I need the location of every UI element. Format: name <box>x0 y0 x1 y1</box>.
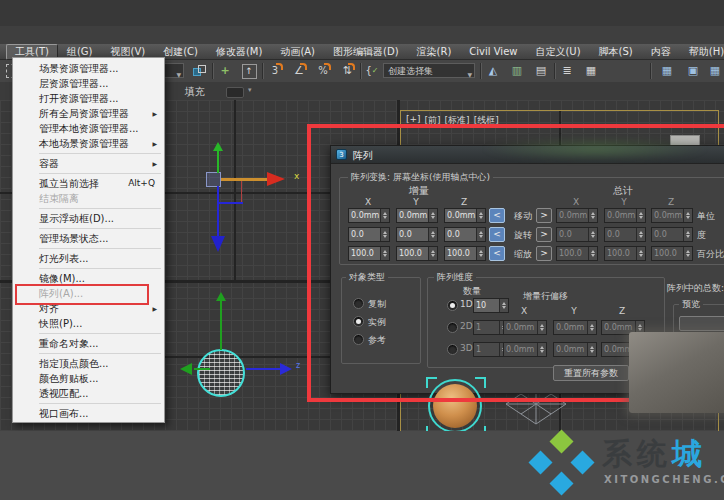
menu-modifiers[interactable]: 修改器(M) <box>207 44 271 60</box>
spinner-snap-icon[interactable]: ⇅ <box>338 62 356 80</box>
selection-set-dropdown-arrow: ▼ <box>467 68 472 82</box>
render-setup-icon[interactable]: ▦ <box>706 62 724 80</box>
submenu-arrow-icon: ▶ <box>152 156 157 171</box>
gizmo-aux-line <box>241 181 242 203</box>
blurred-censor-box <box>629 332 724 413</box>
menu-item-display-floaters[interactable]: 显示浮动框(D)... <box>13 211 164 226</box>
watermark-brand: 系统城 <box>602 434 707 475</box>
menu-item-local-scene-explorers[interactable]: 本地场景资源管理器▶ <box>13 136 164 151</box>
gizmo-z-axis[interactable] <box>217 186 219 236</box>
percent-snap-icon[interactable]: % <box>314 62 332 80</box>
menu-item-layer-explorer[interactable]: 层资源管理器... <box>13 76 164 91</box>
sphere-gizmo-z-axis[interactable] <box>246 368 280 370</box>
display-ribbon-icon[interactable]: ▦ <box>582 62 600 80</box>
brand-text-blue: 城 <box>672 436 707 471</box>
scene-explorer-icon[interactable]: ≣ <box>558 62 576 80</box>
title-bar: ▤ ↶ ↷ ▣ 工作区: 默认 ▼ Autodesk 3ds Max 2017 … <box>0 26 724 45</box>
ribbon-mini-icon[interactable] <box>226 87 244 98</box>
mirror-icon[interactable]: ◭ <box>484 62 502 80</box>
menu-scripting[interactable]: 脚本(S) <box>590 44 642 60</box>
menu-rendering[interactable]: 渲染(R) <box>408 44 461 60</box>
menu-graph-editors[interactable]: 图形编辑器(D) <box>324 44 408 60</box>
named-selection-set-dropdown[interactable]: 创建选择集 ▼ <box>383 63 475 78</box>
coord-dropdown-arrow: ▼ <box>176 68 181 82</box>
menu-content[interactable]: 内容 <box>642 44 680 60</box>
menu-civil-view[interactable]: Civil View <box>460 45 526 58</box>
menu-item-assign-vertex-colors[interactable]: 指定顶点颜色... <box>13 356 164 371</box>
keyboard-override-icon[interactable]: ↑ <box>240 62 258 80</box>
brand-text-dark: 系统 <box>602 436 672 471</box>
menu-item-isolate-selection[interactable]: 孤立当前选择Alt+Q <box>13 176 164 191</box>
layer-manager-icon[interactable]: ▤ <box>532 62 550 80</box>
gizmo-x-label: x <box>294 171 299 181</box>
wireframe-sphere[interactable] <box>197 349 245 397</box>
use-pivot-center-icon[interactable] <box>190 62 208 80</box>
edit-named-selections-icon[interactable]: {✓ <box>363 62 381 80</box>
sphere-gizmo-axis-label: z <box>296 361 300 370</box>
grid-origin-vertical <box>234 100 236 281</box>
gizmo-y-axis[interactable] <box>217 150 219 173</box>
submenu-arrow-icon: ▶ <box>152 136 157 151</box>
menu-item-end-isolate[interactable]: 结束隔离 <box>13 191 164 206</box>
menu-item-rename-objects[interactable]: 重命名对象... <box>13 336 164 351</box>
sphere-gizmo-z-arrowhead <box>280 363 292 375</box>
sphere-gizmo-y-arrowhead <box>216 292 226 301</box>
schematic-view-icon[interactable]: ▣ <box>684 62 702 80</box>
menu-item-snapshot[interactable]: 快照(P)... <box>13 316 164 331</box>
curve-editor-icon[interactable]: ▦ <box>658 62 676 80</box>
menu-item-all-global-explorers[interactable]: 所有全局资源管理器▶ <box>13 106 164 121</box>
submenu-arrow-icon: ▶ <box>152 106 157 121</box>
populate-tab[interactable]: 填充 <box>185 85 205 99</box>
menu-item-color-clipboard[interactable]: 颜色剪贴板... <box>13 371 164 386</box>
menu-item-perspective-match[interactable]: 透视匹配... <box>13 386 164 401</box>
menu-item-open-explorer[interactable]: 打开资源管理器... <box>13 91 164 106</box>
angle-snap-icon[interactable]: ∠ <box>290 62 308 80</box>
sphere-gizmo-left-axis[interactable] <box>194 368 210 370</box>
sphere-gizmo-left-arrowhead <box>180 363 192 375</box>
tools-dropdown-menu: 场景资源管理器... 层资源管理器... 打开资源管理器... 所有全局资源管理… <box>12 57 165 423</box>
top-strip <box>0 0 724 26</box>
menu-item-manage-scene-states[interactable]: 管理场景状态... <box>13 231 164 246</box>
gizmo-center-box[interactable] <box>206 172 221 187</box>
menu-item-viewport-canvas[interactable]: 视口画布... <box>13 406 164 421</box>
menu-item-scene-explorer[interactable]: 场景资源管理器... <box>13 61 164 76</box>
align-icon[interactable]: ▥ <box>508 62 526 80</box>
ribbon-expand-arrow[interactable]: ▾ <box>248 86 252 94</box>
selection-set-value: 创建选择集 <box>388 66 433 76</box>
menu-item-light-lister[interactable]: 灯光列表... <box>13 251 164 266</box>
gizmo-z-aux <box>217 202 243 204</box>
watermark-domain: XITONGCHENG.COM <box>604 474 724 485</box>
gizmo-x-axis[interactable] <box>221 178 267 181</box>
snap-toggle-3d-icon[interactable]: 3 <box>266 62 284 80</box>
menu-item-manage-local-explorers[interactable]: 管理本地资源管理器... <box>13 121 164 136</box>
menu-item-containers[interactable]: 容器▶ <box>13 156 164 171</box>
select-manipulate-icon[interactable]: + <box>216 62 234 80</box>
menu-help[interactable]: 帮助(H) <box>680 44 724 60</box>
gizmo-x-arrowhead <box>267 172 285 186</box>
menu-animation[interactable]: 动画(A) <box>271 44 324 60</box>
gizmo-z-arrowhead <box>211 236 225 252</box>
gizmo-y-arrowhead <box>213 142 223 151</box>
menu-customize[interactable]: 自定义(U) <box>526 44 589 60</box>
annotation-red-box-array-item <box>15 284 149 305</box>
shortcut-label: Alt+Q <box>128 176 155 191</box>
sphere-gizmo-y-axis[interactable] <box>220 300 222 350</box>
submenu-arrow-icon: ▶ <box>152 301 157 316</box>
3dsmax-window: ▤ ↶ ↷ ▣ 工作区: 默认 ▼ Autodesk 3ds Max 2017 … <box>0 0 724 500</box>
